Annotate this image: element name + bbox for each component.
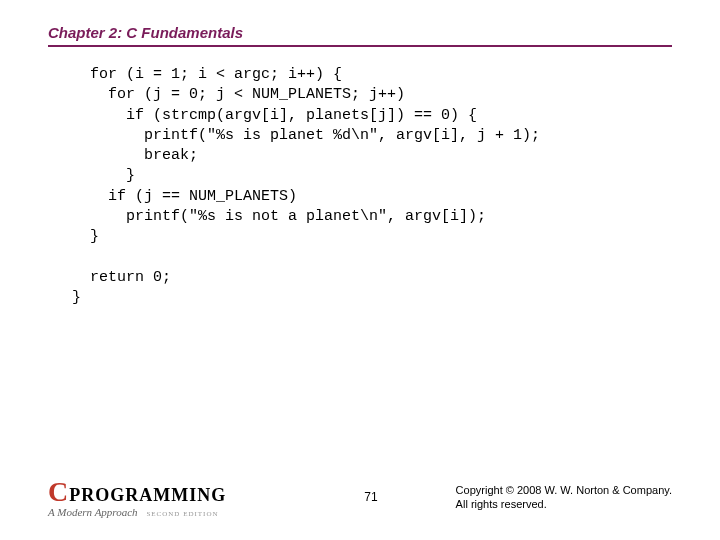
chapter-title: Chapter 2: C Fundamentals: [48, 24, 672, 47]
code-block: for (i = 1; i < argc; i++) { for (j = 0;…: [48, 65, 672, 308]
book-logo: C PROGRAMMING A Modern Approach SECOND E…: [48, 476, 226, 518]
logo-subtitle: A Modern Approach: [48, 506, 138, 518]
logo-c-letter: C: [48, 476, 67, 508]
logo-edition: SECOND EDITION: [146, 510, 218, 518]
copyright-text: Copyright © 2008 W. W. Norton & Company.…: [456, 483, 672, 512]
logo-programming-text: PROGRAMMING: [69, 485, 226, 506]
copyright-line-1: Copyright © 2008 W. W. Norton & Company.: [456, 483, 672, 497]
footer: C PROGRAMMING A Modern Approach SECOND E…: [48, 476, 672, 518]
copyright-line-2: All rights reserved.: [456, 497, 672, 511]
page-number: 71: [364, 490, 377, 504]
